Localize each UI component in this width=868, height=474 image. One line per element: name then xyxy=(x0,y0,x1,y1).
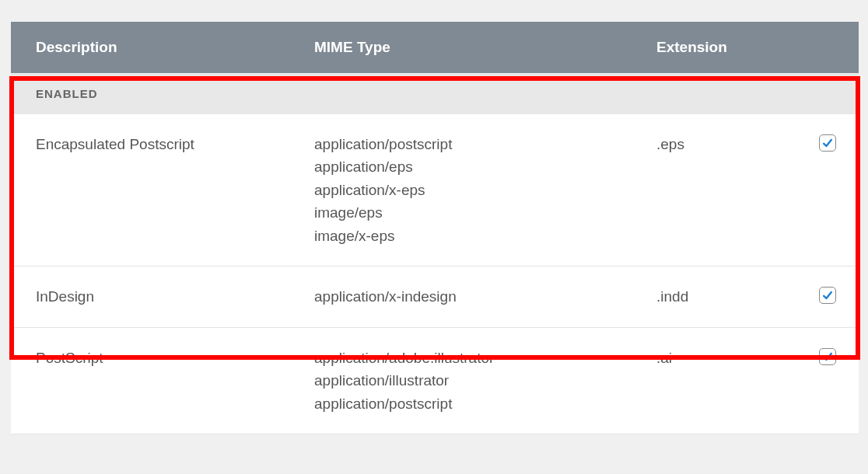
table-header-row: Description MIME Type Extension xyxy=(11,22,859,73)
check-icon xyxy=(821,137,834,149)
column-header-checkbox xyxy=(796,39,859,56)
cell-description: InDesign xyxy=(11,285,314,308)
file-types-table: Description MIME Type Extension ENABLED … xyxy=(11,22,859,434)
enable-checkbox[interactable] xyxy=(819,134,836,152)
cell-extension: .eps xyxy=(656,133,796,247)
cell-extension: .ai xyxy=(656,347,796,415)
cell-description: Encapsulated Postscript xyxy=(11,133,314,247)
section-label-enabled: ENABLED xyxy=(11,73,859,114)
cell-mime: application/adobe.illustratorapplication… xyxy=(314,347,656,415)
cell-extension: .indd xyxy=(656,285,796,308)
enable-checkbox[interactable] xyxy=(819,348,836,365)
column-header-description: Description xyxy=(11,39,314,56)
cell-description: PostScript xyxy=(11,347,314,415)
cell-mime: application/postscriptapplication/epsapp… xyxy=(314,133,656,247)
table-row: PostScript application/adobe.illustrator… xyxy=(11,328,859,434)
column-header-mime: MIME Type xyxy=(314,39,656,56)
check-icon xyxy=(821,289,834,301)
check-icon xyxy=(821,350,834,363)
table-row: Encapsulated Postscript application/post… xyxy=(11,114,859,267)
column-header-extension: Extension xyxy=(656,39,796,56)
table-row: InDesign application/x-indesign .indd xyxy=(11,267,859,327)
enable-checkbox[interactable] xyxy=(819,287,836,304)
cell-mime: application/x-indesign xyxy=(314,285,656,308)
